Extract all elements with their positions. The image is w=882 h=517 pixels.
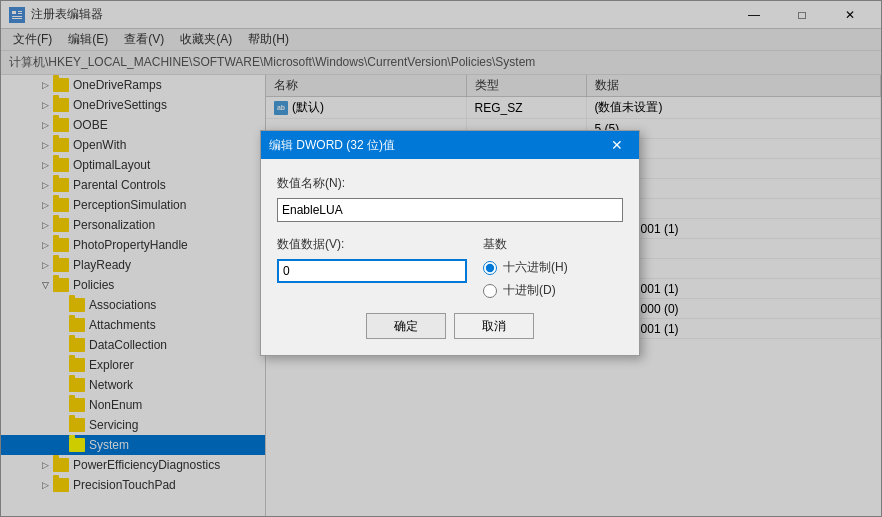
data-section: 数值数据(V):: [277, 236, 467, 299]
radio-dec[interactable]: 十进制(D): [483, 282, 623, 299]
radio-dec-label: 十进制(D): [503, 282, 556, 299]
name-input[interactable]: [277, 198, 623, 222]
dialog-data-row: 数值数据(V): 基数 十六进制(H) 十进制(D): [277, 236, 623, 299]
data-label: 数值数据(V):: [277, 236, 467, 253]
dialog-title: 编辑 DWORD (32 位)值: [269, 137, 603, 154]
ok-button[interactable]: 确定: [366, 313, 446, 339]
dialog-close-button[interactable]: ✕: [603, 131, 631, 159]
name-label: 数值名称(N):: [277, 175, 623, 192]
cancel-button[interactable]: 取消: [454, 313, 534, 339]
data-input[interactable]: [277, 259, 467, 283]
edit-dword-dialog: 编辑 DWORD (32 位)值 ✕ 数值名称(N): 数值数据(V): 基数: [260, 130, 640, 356]
radio-dec-input[interactable]: [483, 284, 497, 298]
radio-group: 十六进制(H) 十进制(D): [483, 259, 623, 299]
radio-hex[interactable]: 十六进制(H): [483, 259, 623, 276]
radio-hex-input[interactable]: [483, 261, 497, 275]
dialog-buttons: 确定 取消: [277, 313, 623, 339]
modal-overlay: 编辑 DWORD (32 位)值 ✕ 数值名称(N): 数值数据(V): 基数: [0, 0, 882, 517]
base-section: 基数 十六进制(H) 十进制(D): [483, 236, 623, 299]
dialog-title-bar: 编辑 DWORD (32 位)值 ✕: [261, 131, 639, 159]
radio-hex-label: 十六进制(H): [503, 259, 568, 276]
base-label: 基数: [483, 236, 623, 253]
dialog-body: 数值名称(N): 数值数据(V): 基数 十六进制(H): [261, 159, 639, 355]
